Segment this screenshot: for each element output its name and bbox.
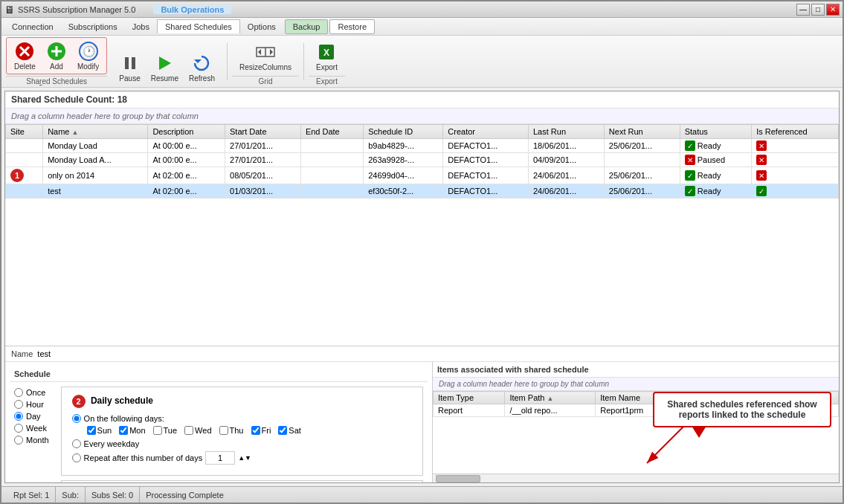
radio-once[interactable]: Once bbox=[14, 388, 49, 397]
col-schedule-id[interactable]: Schedule ID bbox=[364, 125, 443, 139]
delete-button[interactable]: Delete bbox=[10, 39, 40, 72]
cell-start: 27/01/201... bbox=[225, 139, 301, 153]
radio-every-weekday-input[interactable] bbox=[72, 439, 81, 448]
col-end-date[interactable]: End Date bbox=[300, 125, 363, 139]
ref-check-icon: ✓ bbox=[756, 186, 767, 196]
day-sun[interactable]: Sun bbox=[87, 426, 112, 435]
menu-backup[interactable]: Backup bbox=[285, 19, 329, 34]
cell-last-run: 18/06/201... bbox=[528, 139, 604, 153]
radio-on-days-input[interactable] bbox=[72, 414, 81, 423]
menu-restore[interactable]: Restore bbox=[329, 19, 375, 34]
col-last-run[interactable]: Last Run bbox=[528, 125, 604, 139]
radio-month[interactable]: Month bbox=[14, 436, 49, 445]
radio-day[interactable]: Day bbox=[14, 412, 49, 421]
callout-box: Shared schedules referenced show reports… bbox=[653, 392, 831, 427]
menu-options[interactable]: Options bbox=[240, 20, 283, 33]
cell-sched-id: b9ab4829-... bbox=[364, 139, 443, 153]
cell-end bbox=[300, 139, 363, 153]
close-button[interactable]: ✕ bbox=[826, 4, 840, 16]
table-row[interactable]: Monday Load A... At 00:00 e... 27/01/201… bbox=[6, 153, 839, 167]
radio-on-days[interactable]: On the following days: bbox=[72, 414, 412, 423]
title-bar: 🖥 SSRS Subscription Manager 5.0 Bulk Ope… bbox=[1, 1, 843, 18]
col-description[interactable]: Description bbox=[148, 125, 225, 139]
refresh-icon bbox=[191, 53, 212, 74]
status-subs-sel: Subs Sel: 0 bbox=[86, 487, 140, 503]
bulk-operations-title: Bulk Operations bbox=[153, 5, 231, 14]
day-mon[interactable]: Mon bbox=[119, 426, 145, 435]
export-button[interactable]: X Export bbox=[312, 40, 342, 73]
pause-icon bbox=[120, 53, 141, 74]
add-button[interactable]: Add bbox=[42, 39, 71, 72]
col-next-run[interactable]: Next Run bbox=[604, 125, 680, 139]
col-status[interactable]: Status bbox=[680, 125, 752, 139]
main-content-area: Shared Schedule Count: 18 Drag a column … bbox=[4, 91, 840, 483]
schedule-panel: Schedule Once Hour Day Week Month bbox=[5, 362, 433, 482]
day-fri[interactable]: Fri bbox=[251, 426, 271, 435]
cell-item-type: Report bbox=[434, 404, 505, 417]
menu-jobs[interactable]: Jobs bbox=[125, 20, 157, 33]
menu-bar: Connection Subscriptions Jobs Shared Sch… bbox=[1, 18, 843, 36]
col-creator[interactable]: Creator bbox=[443, 125, 529, 139]
radio-week[interactable]: Week bbox=[14, 424, 49, 433]
cell-start: 08/05/201... bbox=[225, 167, 301, 184]
toolbar-schedules-group: Delete Add 🕐 Modify bbox=[6, 37, 107, 74]
maximize-button[interactable]: □ bbox=[811, 4, 825, 16]
cell-ref: ✕ bbox=[752, 167, 839, 184]
refresh-button[interactable]: Refresh bbox=[184, 51, 219, 84]
pause-button[interactable]: Pause bbox=[115, 51, 144, 84]
daily-schedule-title: 2 Daily schedule bbox=[72, 395, 412, 408]
repeat-spinner[interactable]: ▲▼ bbox=[238, 454, 251, 462]
cell-last-run: 24/06/201... bbox=[528, 167, 604, 184]
menu-connection[interactable]: Connection bbox=[4, 20, 61, 33]
cell-site bbox=[6, 153, 43, 167]
pause-label: Pause bbox=[119, 74, 140, 83]
day-tue[interactable]: Tue bbox=[153, 426, 178, 435]
menu-shared-schedules[interactable]: Shared Schedules bbox=[157, 19, 240, 33]
grid-scroll[interactable]: Site Name ▲ Description Start Date End D… bbox=[5, 124, 839, 198]
table-row[interactable]: Monday Load At 00:00 e... 27/01/201... b… bbox=[6, 139, 839, 153]
resume-button[interactable]: Resume bbox=[146, 51, 183, 84]
menu-subscriptions[interactable]: Subscriptions bbox=[61, 20, 125, 33]
radio-hour[interactable]: Hour bbox=[14, 400, 49, 409]
toolbar-export-label: Export bbox=[309, 76, 345, 85]
minimize-button[interactable]: — bbox=[796, 4, 810, 16]
radio-day-label: Day bbox=[26, 412, 41, 421]
schedules-table: Site Name ▲ Description Start Date End D… bbox=[5, 124, 839, 198]
cell-desc: At 00:00 e... bbox=[148, 139, 225, 153]
toolbar-actions-group: Pause Resume Refresh bbox=[112, 50, 222, 85]
cell-ref: ✕ bbox=[752, 153, 839, 167]
status-ok-icon: ✓ bbox=[685, 140, 695, 151]
svg-text:X: X bbox=[323, 48, 329, 58]
svg-rect-9 bbox=[132, 57, 135, 69]
day-thu[interactable]: Thu bbox=[219, 426, 244, 435]
day-sat[interactable]: Sat bbox=[278, 426, 301, 435]
day-wed[interactable]: Wed bbox=[184, 426, 211, 435]
table-row[interactable]: 1 only on 2014 At 02:00 e... 08/05/201..… bbox=[6, 167, 839, 184]
radio-repeat-input[interactable] bbox=[72, 453, 81, 462]
resize-columns-icon bbox=[255, 42, 276, 62]
horizontal-scrollbar[interactable] bbox=[433, 474, 839, 482]
ref-x-icon: ✕ bbox=[756, 170, 767, 181]
col-is-referenced[interactable]: Is Referenced bbox=[752, 125, 839, 139]
repeat-value-input[interactable] bbox=[205, 451, 235, 465]
cell-site bbox=[6, 139, 43, 153]
col-item-path[interactable]: Item Path ▲ bbox=[505, 392, 596, 404]
callout-text: Shared schedules referenced show reports… bbox=[667, 399, 816, 420]
scrollbar-thumb[interactable] bbox=[436, 475, 480, 482]
cell-sched-id: 263a9928-... bbox=[364, 153, 443, 167]
resize-columns-button[interactable]: ResizeColumns bbox=[235, 40, 296, 73]
cell-end bbox=[300, 153, 363, 167]
col-start-date[interactable]: Start Date bbox=[225, 125, 301, 139]
cell-next-run bbox=[604, 153, 680, 167]
cell-creator: DEFACTO1... bbox=[443, 153, 529, 167]
table-row[interactable]: test At 02:00 e... 01/03/201... ef30c50f… bbox=[6, 184, 839, 198]
schedule-main: 2 Daily schedule On the following days: … bbox=[57, 382, 428, 482]
radio-every-weekday[interactable]: Every weekday bbox=[72, 439, 412, 448]
radio-repeat[interactable]: Repeat after this number of days ▲▼ bbox=[72, 451, 412, 465]
radio-hour-label: Hour bbox=[26, 400, 44, 409]
delete-label: Delete bbox=[14, 62, 36, 71]
modify-label: Modify bbox=[77, 62, 99, 71]
cell-next-run: 25/06/201... bbox=[604, 167, 680, 184]
modify-button[interactable]: 🕐 Modify bbox=[73, 39, 103, 72]
col-name[interactable]: Name ▲ bbox=[43, 125, 148, 139]
